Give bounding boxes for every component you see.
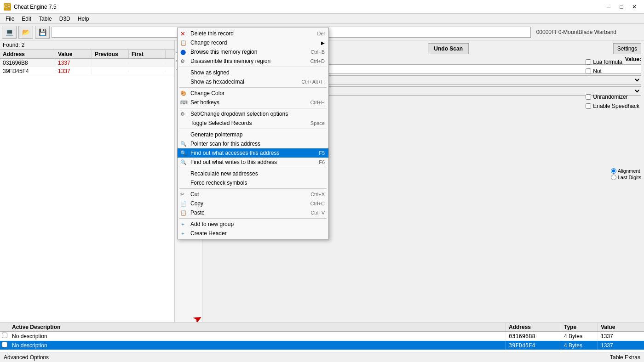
ctx-change-record[interactable]: 📋 Change record ▶	[178, 38, 328, 47]
ctx-disasm-label: Disassemble this memory region	[190, 58, 270, 64]
col-header-address: Address	[0, 50, 55, 58]
ctx-toggle-records[interactable]: Toggle Selected Records Space	[178, 119, 328, 128]
undo-scan-button[interactable]: Undo Scan	[428, 43, 469, 54]
addr-row-check-0[interactable]	[0, 332, 9, 340]
alignment-radio[interactable]	[611, 168, 616, 174]
menu-d3d[interactable]: D3D	[56, 15, 74, 23]
addr-row-addr-1: 39FD45F4	[506, 341, 561, 350]
lua-formula-label: Lua formula	[593, 59, 622, 65]
addr-row-desc-1: No description	[9, 341, 506, 350]
ctx-dropdown-options[interactable]: ⚙ Set/Change dropdown selection options	[178, 109, 328, 119]
not-checkbox[interactable]	[586, 68, 591, 74]
ctx-findaccess-label: Find out what accesses this address	[190, 150, 279, 156]
ptr-scan-icon: 🔍	[180, 141, 187, 147]
find-access-icon: 🔍	[180, 150, 187, 156]
result-previous-1	[92, 71, 129, 72]
ctx-browse-memory[interactable]: ⬤ Browse this memory region Ctrl+B	[178, 47, 328, 57]
ctx-gen-pointermap[interactable]: Generate pointermap	[178, 130, 328, 139]
settings-button[interactable]: Settings	[613, 43, 641, 54]
ctx-sep-1	[179, 67, 327, 67]
ctx-hex-label: Show as hexadecimal	[190, 79, 244, 85]
ctx-show-signed[interactable]: Show as signed	[178, 68, 328, 77]
ctx-delete-shortcut: Del	[317, 31, 325, 36]
addr-col-desc: Active Description	[9, 323, 506, 331]
ctx-find-writes[interactable]: 🔍 Find out what writes to this address F…	[178, 158, 328, 167]
context-menu: ✕ Delete this record Del 📋 Change record…	[177, 28, 329, 239]
address-table-header: Active Description Address Type Value	[0, 322, 644, 332]
addr-row-check-1[interactable]	[0, 341, 9, 350]
color-icon: 🎨	[180, 90, 187, 96]
ctx-find-accesses[interactable]: 🔍 Find out what accesses this address F5	[178, 148, 328, 158]
col-header-value: Value	[55, 50, 92, 58]
ctx-dropdown-label: Set/Change dropdown selection options	[190, 111, 288, 117]
change-icon: 📋	[180, 40, 187, 46]
window-controls: ─ □ ✕	[603, 2, 640, 11]
ctx-delete-record[interactable]: ✕ Delete this record Del	[178, 29, 328, 38]
ctx-findwrites-shortcut: F6	[319, 159, 325, 165]
toolbar-btn-open[interactable]: 📂	[18, 26, 33, 39]
ctx-disasm-shortcut: Ctrl+D	[310, 58, 325, 64]
status-bar: Advanced Options Table Extras	[0, 352, 644, 362]
address-table-area: Active Description Address Type Value No…	[0, 322, 644, 352]
browse-icon: ⬤	[180, 49, 186, 55]
toolbar-btn-computer[interactable]: 💻	[2, 26, 17, 39]
last-digits-radio[interactable]	[611, 175, 616, 180]
not-row: Not	[586, 68, 639, 74]
hotkeys-icon: ⌨	[180, 100, 188, 106]
unrandomizer-checkbox[interactable]	[586, 94, 591, 100]
right-checkboxes: Lua formula Not Unrandomizer Enable Spee…	[586, 59, 639, 109]
ctx-addgroup-label: Add to new group	[190, 221, 234, 227]
addr-row-val-1: 1337	[598, 341, 644, 350]
col-header-previous: Previous	[92, 50, 129, 58]
ctx-recalc-label: Recalculate new addresses	[190, 170, 258, 177]
ctx-paste[interactable]: 📋 Paste Ctrl+V	[178, 208, 328, 217]
result-address-1: 39FD45F4	[0, 68, 55, 75]
speedhack-checkbox[interactable]	[586, 103, 591, 109]
process-title: 00000FF0-MountBlade Warband	[533, 29, 620, 35]
menu-table[interactable]: Table	[35, 15, 56, 23]
title-bar: CE Cheat Engine 7.5 ─ □ ✕	[0, 0, 644, 14]
ctx-paste-label: Paste	[190, 209, 205, 216]
ctx-ptrscan-label: Pointer scan for this address	[190, 141, 260, 147]
scan-result-row[interactable]: 031696B8 1337	[0, 59, 174, 67]
ctx-pointer-scan[interactable]: 🔍 Pointer scan for this address	[178, 139, 328, 148]
address-table-row-selected[interactable]: No description 39FD45F4 4 Bytes 1337	[0, 341, 644, 350]
menu-bar: File Edit Table D3D Help	[0, 14, 644, 24]
ctx-recalculate[interactable]: Recalculate new addresses	[178, 169, 328, 178]
menu-file[interactable]: File	[2, 15, 18, 23]
addr-col-value: Value	[598, 323, 644, 331]
add-group-icon: ＋	[180, 221, 185, 228]
ctx-show-hex[interactable]: Show as hexadecimal Ctrl+Alt+H	[178, 77, 328, 86]
find-writes-icon: 🔍	[180, 159, 187, 165]
ctx-sep-6	[179, 188, 327, 189]
address-table-row[interactable]: No description 031696B8 4 Bytes 1337	[0, 332, 644, 341]
ctx-force-recheck[interactable]: Force recheck symbols	[178, 178, 328, 187]
found-count: Found: 2	[0, 40, 174, 50]
minimize-button[interactable]: ─	[603, 2, 615, 11]
result-address-0: 031696B8	[0, 59, 55, 67]
ctx-sep-3	[179, 108, 327, 108]
ctx-sep-7	[179, 218, 327, 219]
ctx-add-group[interactable]: ＋ Add to new group	[178, 220, 328, 229]
addr-col-address: Address	[506, 323, 561, 331]
ctx-sep-2	[179, 87, 327, 88]
status-right: Table Extras	[610, 354, 640, 361]
close-button[interactable]: ✕	[628, 2, 640, 11]
ctx-cut-shortcut: Ctrl+X	[310, 192, 325, 197]
scan-result-row[interactable]: 39FD45F4 1337	[0, 67, 174, 75]
ctx-change-color[interactable]: 🎨 Change Color	[178, 89, 328, 98]
menu-help[interactable]: Help	[74, 15, 93, 23]
ctx-disassemble[interactable]: ⚙ Disassemble this memory region Ctrl+D	[178, 57, 328, 66]
speedhack-label: Enable Speedhack	[593, 103, 639, 109]
ctx-set-hotkeys[interactable]: ⌨ Set hotkeys Ctrl+H	[178, 98, 328, 107]
ctx-cut[interactable]: ✂ Cut Ctrl+X	[178, 190, 328, 199]
ctx-createheader-label: Create Header	[190, 230, 227, 237]
ctx-copy[interactable]: 📄 Copy Ctrl+C	[178, 199, 328, 208]
ctx-create-header[interactable]: ＋ Create Header	[178, 229, 328, 238]
ctx-copy-shortcut: Ctrl+C	[310, 201, 325, 206]
addr-col-check	[0, 326, 9, 328]
lua-formula-checkbox[interactable]	[586, 59, 591, 65]
menu-edit[interactable]: Edit	[18, 15, 35, 23]
toolbar-btn-save[interactable]: 💾	[35, 26, 50, 39]
maximize-button[interactable]: □	[615, 2, 627, 11]
